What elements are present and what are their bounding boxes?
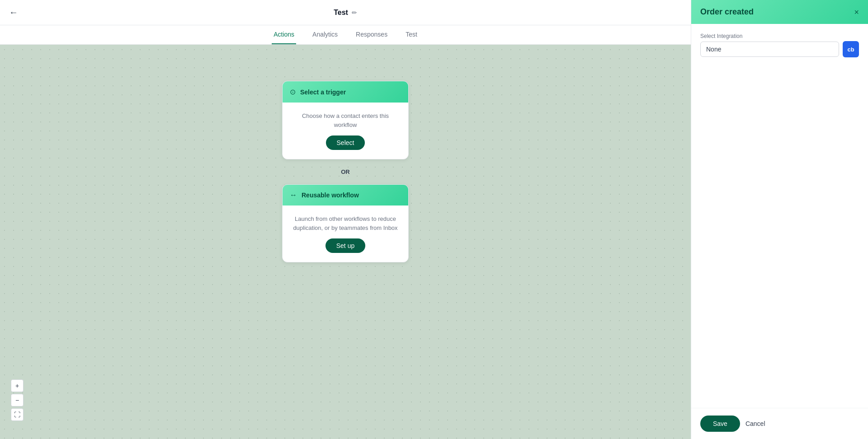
- canvas-content: ⊙ Select a trigger Choose how a contact …: [0, 45, 691, 439]
- panel-body: Select Integration None cb: [691, 24, 868, 408]
- or-divider: OR: [341, 168, 350, 175]
- tab-test[interactable]: Test: [404, 25, 419, 44]
- panel-footer: Save Cancel: [691, 408, 868, 439]
- panel-close-button[interactable]: ×: [854, 8, 859, 16]
- tab-analytics[interactable]: Analytics: [311, 25, 340, 44]
- top-header: ← Test ✏: [0, 0, 691, 25]
- trigger-description: Choose how a contact enters this workflo…: [290, 112, 401, 129]
- reusable-card-header: ↔ Reusable workflow: [283, 185, 408, 205]
- trigger-card-body: Choose how a contact enters this workflo…: [283, 103, 408, 159]
- zoom-in-button[interactable]: +: [11, 379, 24, 392]
- integration-badge: cb: [843, 41, 859, 57]
- right-panel: Order created × Select Integration None …: [691, 0, 868, 439]
- reusable-card: ↔ Reusable workflow Launch from other wo…: [282, 184, 409, 262]
- cancel-button[interactable]: Cancel: [745, 420, 765, 427]
- reusable-card-title: Reusable workflow: [302, 191, 359, 199]
- tab-actions[interactable]: Actions: [272, 25, 296, 44]
- trigger-card-header: ⊙ Select a trigger: [283, 81, 408, 103]
- integration-field: Select Integration None cb: [700, 33, 859, 57]
- page-title-wrap: Test ✏: [334, 9, 357, 17]
- fit-button[interactable]: ⛶: [11, 408, 24, 421]
- page-title: Test: [334, 9, 348, 17]
- panel-header: Order created ×: [691, 0, 868, 24]
- save-button[interactable]: Save: [700, 416, 740, 432]
- reusable-description: Launch from other workflows to reduce du…: [290, 215, 401, 232]
- panel-title: Order created: [700, 7, 754, 17]
- zoom-out-button[interactable]: −: [11, 394, 24, 406]
- trigger-card-title: Select a trigger: [300, 89, 346, 96]
- tab-responses[interactable]: Responses: [354, 25, 389, 44]
- integration-select-wrap: None cb: [700, 41, 859, 57]
- back-button[interactable]: ←: [9, 7, 18, 18]
- integration-label: Select Integration: [700, 33, 859, 39]
- reusable-card-body: Launch from other workflows to reduce du…: [283, 205, 408, 262]
- nav-tabs: Actions Analytics Responses Test: [0, 25, 691, 45]
- zoom-controls: + − ⛶: [11, 379, 24, 421]
- setup-reusable-button[interactable]: Set up: [326, 238, 365, 253]
- trigger-icon: ⊙: [290, 88, 296, 96]
- edit-icon[interactable]: ✏: [352, 9, 357, 16]
- trigger-card: ⊙ Select a trigger Choose how a contact …: [282, 81, 409, 159]
- reusable-icon: ↔: [290, 191, 297, 199]
- select-trigger-button[interactable]: Select: [326, 135, 365, 150]
- canvas-area: ← Test ✏ Actions Analytics Responses Tes…: [0, 0, 691, 439]
- integration-select[interactable]: None: [700, 42, 839, 57]
